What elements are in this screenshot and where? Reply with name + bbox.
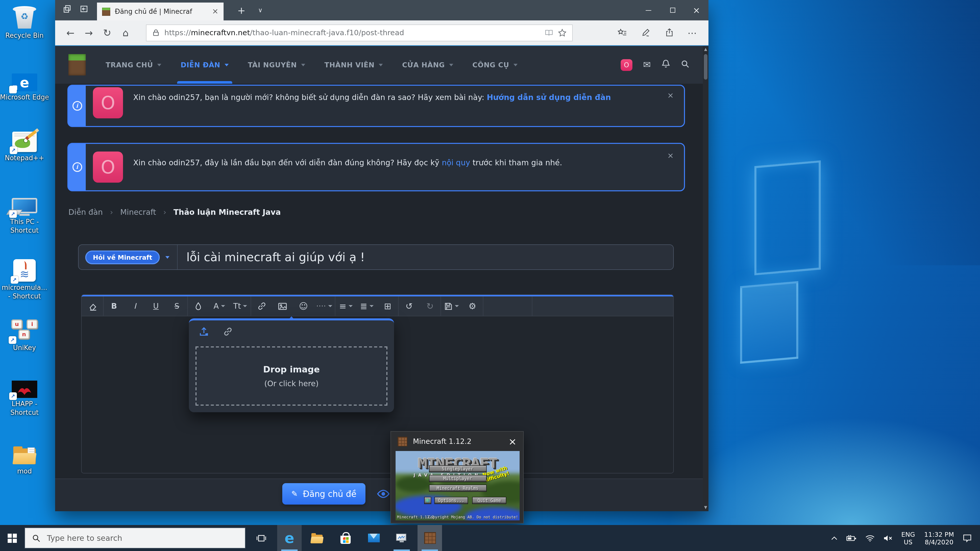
minimize-button[interactable] (636, 0, 660, 21)
text-size-button[interactable]: Tt (230, 297, 251, 316)
home-button[interactable]: ⌂ (116, 24, 135, 42)
tab-close-icon[interactable]: × (212, 8, 218, 15)
font-family-button[interactable]: A (209, 297, 230, 316)
insert-image-icon[interactable] (272, 297, 293, 316)
desktop-icon-this-pc[interactable]: ↗ This PC - Shortcut (0, 198, 49, 235)
notice-link[interactable]: nội quy (442, 158, 470, 167)
clock[interactable]: 11:32 PM 8/4/2020 (920, 525, 959, 551)
list-button[interactable]: ≣ (356, 297, 377, 316)
breadcrumb-minecraft[interactable]: Minecraft (120, 208, 156, 217)
desktop-icon-microsoft-edge[interactable]: e ↗ Microsoft Edge (0, 73, 49, 102)
minecraft-thumbnail-window[interactable]: Minecraft 1.12.2 × MINECRAFT JAVA EDITIO… (390, 431, 524, 524)
more-options-icon[interactable]: ···· (314, 297, 335, 316)
desktop-icon-microemulator[interactable]: ≋ ↗ microemula... - Shortcut (0, 259, 49, 301)
remove-format-icon[interactable] (82, 297, 103, 316)
notice-close-icon[interactable]: × (667, 91, 674, 100)
nav-thanh-vien[interactable]: THÀNH VIÊN (315, 46, 393, 84)
desktop-icon-notepad-plus-plus[interactable]: ↗ Notepad++ (0, 132, 49, 163)
reading-view-icon[interactable] (545, 29, 553, 37)
nav-trang-chu[interactable]: TRANG CHỦ (96, 46, 171, 84)
notice-link[interactable]: Hướng dẫn sử dụng diễn đàn (487, 93, 611, 102)
page-scrollbar[interactable]: ▲ ▼ (703, 46, 708, 511)
desktop-icon-recycle-bin[interactable]: ♻ Recycle Bin (0, 4, 49, 40)
close-button[interactable]: × (684, 0, 708, 21)
nav-cua-hang[interactable]: CỬA HÀNG (393, 46, 463, 84)
taskbar-system-monitor-button[interactable] (390, 525, 414, 551)
image-url-link-icon[interactable] (223, 327, 233, 339)
scroll-down-icon[interactable]: ▼ (704, 506, 707, 510)
desktop-icon-lhapp[interactable]: ↗ LHAPP - Shortcut (0, 381, 49, 417)
back-button[interactable]: ← (61, 24, 80, 42)
messages-icon[interactable]: ✉ (643, 60, 651, 69)
set-tabs-aside-icon[interactable] (79, 5, 89, 16)
strikethrough-button[interactable]: S (166, 297, 187, 316)
underline-button[interactable]: U (145, 297, 166, 316)
insert-table-icon[interactable]: ⊞ (377, 297, 398, 316)
drafts-button[interactable] (441, 297, 462, 316)
nav-cong-cu[interactable]: CÔNG CỤ (463, 46, 527, 84)
action-center-icon[interactable] (959, 525, 976, 551)
browser-tab[interactable]: Đăng chủ đề | Minecraf × (97, 3, 224, 21)
desktop-icon-unikey[interactable]: u i n ↗ UniKey (0, 319, 49, 353)
text-color-droplet-icon[interactable] (188, 297, 209, 316)
alerts-bell-icon[interactable] (662, 59, 670, 70)
prefix-pill[interactable]: Hỏi về Minecraft (85, 250, 160, 264)
edge-letter: e (20, 76, 29, 89)
user-avatar[interactable]: O (620, 59, 632, 71)
taskbar-search-box[interactable]: Type here to search (24, 527, 245, 548)
taskbar-minecraft-button[interactable] (417, 525, 442, 551)
editor-settings-gear-icon[interactable]: ⚙ (462, 297, 483, 316)
redo-icon[interactable]: ↻ (420, 297, 441, 316)
tray-chevron-up-icon[interactable] (826, 525, 842, 551)
tabs-set-aside-icon[interactable] (62, 5, 72, 16)
share-icon[interactable] (659, 24, 679, 42)
notice-avatar[interactable]: O (93, 87, 123, 118)
thumbnail-close-icon[interactable]: × (508, 437, 517, 446)
taskbar-file-explorer-button[interactable] (305, 525, 330, 551)
language-indicator[interactable]: ENG US (897, 525, 920, 551)
forward-button[interactable]: → (80, 24, 98, 42)
notice-avatar[interactable]: O (93, 151, 123, 183)
new-tab-button[interactable]: + (234, 0, 249, 21)
nav-tai-nguyen[interactable]: TÀI NGUYÊN (238, 46, 315, 84)
refresh-button[interactable]: ↻ (98, 24, 116, 42)
wifi-icon[interactable] (861, 525, 879, 551)
minecraft-screenshot[interactable]: MINECRAFT JAVA EDITION Now with difficul… (396, 451, 520, 520)
url-field[interactable]: https://minecraftvn.net/thao-luan-minecr… (146, 24, 573, 41)
favorites-hub-icon[interactable] (612, 24, 632, 42)
scroll-up-icon[interactable]: ▲ (704, 48, 707, 52)
taskbar-edge-button[interactable]: e (277, 525, 302, 551)
taskbar-store-button[interactable] (333, 525, 358, 551)
tab-list-dropdown[interactable]: ∨ (253, 0, 267, 21)
post-thread-button[interactable]: ✎ Đăng chủ đề (282, 483, 366, 505)
insert-link-icon[interactable] (251, 297, 272, 316)
start-button[interactable] (0, 525, 24, 551)
desktop-icon-mod-folder[interactable]: mod (0, 446, 49, 476)
web-notes-pen-icon[interactable] (636, 24, 655, 42)
volume-muted-icon[interactable] (879, 525, 897, 551)
prefix-dropdown-icon[interactable] (165, 256, 169, 259)
nav-dien-dan[interactable]: DIỄN ĐÀN (171, 46, 238, 84)
scrollbar-thumb[interactable] (704, 54, 708, 79)
site-logo-grass-block[interactable] (68, 54, 86, 76)
undo-icon[interactable]: ↺ (399, 297, 420, 316)
preview-eye-icon[interactable] (377, 489, 390, 501)
maximize-button[interactable] (660, 0, 684, 21)
favorite-star-icon[interactable] (558, 29, 566, 37)
italic-button[interactable]: I (124, 297, 145, 316)
smilies-icon[interactable]: ☺ (293, 297, 314, 316)
search-icon[interactable] (681, 59, 690, 70)
upload-image-icon[interactable] (198, 326, 210, 339)
alignment-button[interactable]: ≡ (335, 297, 356, 316)
settings-more-icon[interactable]: ⋯ (683, 24, 702, 42)
breadcrumb-forum[interactable]: Diễn đàn (68, 208, 103, 217)
tab-title: Đăng chủ đề | Minecraf (115, 8, 207, 15)
taskbar-mail-button[interactable] (361, 525, 386, 551)
drop-image-zone[interactable]: Drop image (Or click here) (196, 346, 387, 406)
bold-button[interactable]: B (103, 297, 124, 316)
battery-icon[interactable] (842, 525, 861, 551)
thread-title-input[interactable]: lỗi cài minecraft ai giúp với ạ ! (186, 251, 365, 264)
notice-welcome-guide: i O Xin chào odin257, bạn là người mới? … (67, 85, 685, 127)
task-view-button[interactable] (249, 525, 274, 551)
notice-close-icon[interactable]: × (667, 151, 674, 160)
